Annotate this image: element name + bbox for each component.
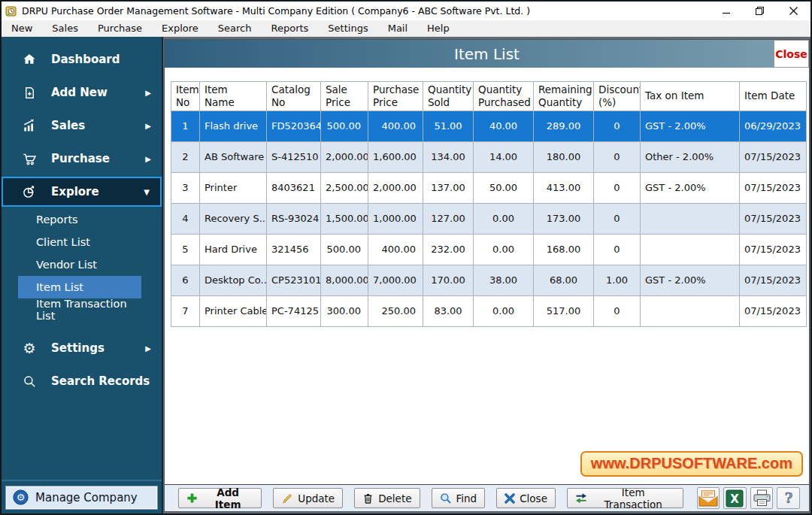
table-cell: 232.00: [423, 234, 474, 265]
page-title: Item List: [454, 45, 520, 63]
table-cell: 07/15/2023: [740, 141, 807, 172]
column-header[interactable]: Item Date: [740, 82, 807, 111]
panel-close-button[interactable]: Close: [774, 40, 809, 68]
search-icon: [20, 374, 39, 389]
menu-reports[interactable]: Reports: [261, 20, 318, 36]
sidebar-item-search-records[interactable]: Search Records: [2, 365, 162, 398]
column-header[interactable]: Catalog No: [267, 82, 321, 111]
column-header[interactable]: Quantity Sold: [423, 82, 474, 111]
button-label: Add Item: [202, 486, 253, 510]
table-cell: CP523101: [267, 265, 321, 295]
help-button[interactable]: ?: [777, 487, 800, 509]
menu-sales[interactable]: Sales: [42, 20, 88, 36]
chevron-right-icon: ▶: [145, 344, 151, 353]
table-cell: 1,000.00: [368, 203, 423, 234]
menu-mail[interactable]: Mail: [378, 20, 417, 36]
table-cell: 1,600.00: [368, 141, 423, 172]
sidebar-item-sales[interactable]: Sales▶: [2, 109, 162, 142]
item-table: Item NoItem NameCatalog NoSale PricePurc…: [171, 81, 807, 327]
sidebar-subitem-label: Item Transaction List: [36, 298, 141, 322]
watermark: www.DRPUSOFTWARE.com: [580, 451, 803, 477]
table-cell: 134.00: [423, 141, 474, 172]
manage-company-strip: ⚙ Manage Company: [2, 480, 162, 513]
update-button[interactable]: Update: [273, 488, 343, 508]
sidebar-subitem-reports[interactable]: Reports: [18, 208, 141, 231]
sidebar-item-settings[interactable]: ⚙Settings▶: [2, 332, 162, 365]
table-row[interactable]: 3Printer84036212,500.002,000.00137.0050.…: [171, 172, 807, 203]
column-header[interactable]: Discount (%): [594, 82, 641, 111]
item-transaction-button[interactable]: Item Transaction: [567, 488, 683, 508]
column-header[interactable]: Tax on Item: [641, 82, 740, 111]
restore-icon[interactable]: [743, 2, 777, 20]
table-cell: GST - 2.00%: [641, 172, 740, 203]
table-cell: 2,000.00: [368, 172, 423, 203]
table-cell: 6: [171, 265, 200, 295]
menu-help[interactable]: Help: [417, 20, 459, 36]
table-cell: 300.00: [321, 295, 368, 326]
table-cell: 180.00: [534, 141, 594, 172]
table-cell: 51.00: [423, 111, 474, 141]
email-icon: [698, 490, 718, 507]
plus-icon: [186, 492, 198, 504]
table-cell: 07/15/2023: [740, 203, 807, 234]
table-row[interactable]: 7Printer CablePC-74125300.00250.0083.000…: [171, 295, 807, 326]
table-row[interactable]: 5Hard Drive321456500.00400.00232.000.001…: [171, 234, 807, 265]
add-item-button[interactable]: Add Item: [178, 488, 262, 508]
email-button[interactable]: [697, 487, 720, 509]
table-cell: [641, 234, 740, 265]
table-cell: 0: [594, 111, 641, 141]
manage-company-button[interactable]: ⚙ Manage Company: [5, 486, 158, 510]
table-row[interactable]: 1Flash driveFD520364500.00400.0051.0040.…: [171, 111, 807, 141]
table-cell: 06/29/2023: [740, 111, 807, 141]
column-header[interactable]: Purchase Price: [368, 82, 423, 111]
delete-button[interactable]: Delete: [354, 488, 420, 508]
menu-settings[interactable]: Settings: [318, 20, 377, 36]
print-button[interactable]: [750, 487, 774, 509]
menu-search[interactable]: Search: [208, 20, 262, 36]
sidebar-item-explore[interactable]: Explore▼: [2, 177, 162, 207]
table-cell: GST - 2.00%: [641, 265, 740, 295]
table-cell: 1: [171, 111, 200, 141]
home-icon: [20, 52, 39, 67]
close-window-icon[interactable]: [777, 2, 810, 20]
sidebar-item-add-new[interactable]: Add New▶: [2, 76, 162, 109]
sidebar-subitem-item-list[interactable]: Item List: [18, 276, 141, 298]
sidebar-subitem-client-list[interactable]: Client List: [18, 231, 141, 253]
table-cell: Flash drive: [200, 111, 267, 141]
sidebar-subitem-vendor-list[interactable]: Vendor List: [18, 253, 141, 276]
column-header[interactable]: Item No: [171, 82, 200, 111]
column-header[interactable]: Remaining Quantity: [534, 82, 594, 111]
sidebar-item-purchase[interactable]: Purchase▶: [2, 142, 162, 175]
sidebar-subitem-item-transaction-list[interactable]: Item Transaction List: [18, 298, 141, 321]
find-button[interactable]: Find: [432, 488, 486, 508]
column-header[interactable]: Quantity Purchased: [474, 82, 534, 111]
table-cell: 137.00: [423, 172, 474, 203]
toolbar-right-group: Item TransactionX?: [567, 487, 800, 509]
table-cell: 7: [171, 295, 200, 326]
table-cell: 14.00: [474, 141, 534, 172]
excel-export-button[interactable]: X: [723, 487, 747, 509]
close-button[interactable]: Close: [496, 488, 556, 508]
minimize-icon[interactable]: [709, 2, 743, 20]
menu-purchase[interactable]: Purchase: [88, 20, 152, 36]
table-row[interactable]: 6Desktop Co...CP5231018,000.007,000.0017…: [171, 265, 807, 295]
column-header[interactable]: Sale Price: [321, 82, 368, 111]
sidebar-item-label: Settings: [51, 341, 105, 355]
column-header[interactable]: Item Name: [200, 82, 267, 111]
menu-explore[interactable]: Explore: [152, 20, 208, 36]
table-row[interactable]: 2AB SoftwareS-4125102,000.001,600.00134.…: [171, 141, 807, 172]
table-cell: 0: [594, 203, 641, 234]
table-cell: [641, 295, 740, 326]
table-cell: 173.00: [534, 203, 594, 234]
table-row[interactable]: 4Recovery S...RS-930241,500.001,000.0012…: [171, 203, 807, 234]
button-label: Update: [298, 492, 335, 504]
bottom-toolbar: Add ItemUpdateDeleteFindCloseItem Transa…: [165, 484, 809, 511]
table-cell: 0: [594, 234, 641, 265]
table-cell: 0.00: [474, 234, 534, 265]
table-cell: 0.00: [474, 295, 534, 326]
table-cell: RS-93024: [267, 203, 321, 234]
sidebar-item-dashboard[interactable]: Dashboard: [2, 43, 162, 76]
menu-new[interactable]: New: [2, 20, 42, 36]
trash-icon: [362, 492, 374, 504]
table-cell: 2,000.00: [321, 141, 368, 172]
